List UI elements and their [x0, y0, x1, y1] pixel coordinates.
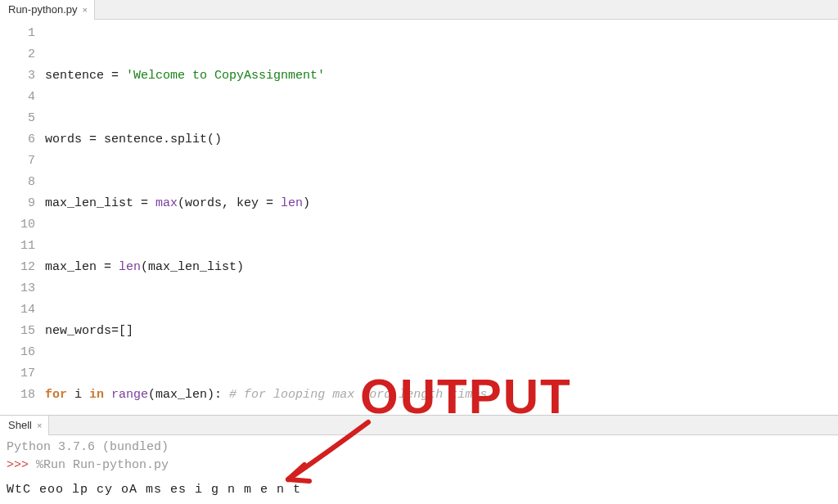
code-area[interactable]: sentence = 'Welcome to CopyAssignment' w…	[45, 20, 838, 415]
code-line: max_len_list = max(words, key = len)	[45, 193, 838, 214]
line-number: 16	[3, 342, 35, 363]
code-line: sentence = 'Welcome to CopyAssignment'	[45, 65, 838, 87]
line-number: 3	[3, 65, 35, 87]
line-number: 8	[3, 172, 35, 193]
code-editor[interactable]: 1 2 3 4 5 6 7 8 9 10 11 12 13 14 15 16 1…	[0, 20, 838, 415]
shell-prompt: >>>	[7, 458, 36, 472]
line-number: 1	[3, 23, 35, 44]
tab-label: Run-python.py	[8, 3, 78, 16]
shell-command: %Run Run-python.py	[36, 458, 169, 472]
close-icon[interactable]: ×	[83, 5, 88, 15]
line-number: 4	[3, 87, 35, 108]
shell-body[interactable]: Python 3.7.6 (bundled) >>> %Run Run-pyth…	[0, 435, 838, 504]
line-number-gutter: 1 2 3 4 5 6 7 8 9 10 11 12 13 14 15 16 1…	[0, 20, 45, 415]
line-number: 13	[3, 278, 35, 299]
editor-tab[interactable]: Run-python.py ×	[0, 0, 95, 20]
editor-tab-bar: Run-python.py ×	[0, 0, 838, 20]
line-number: 10	[3, 214, 35, 236]
code-line: for i in range(max_len): # for looping m…	[45, 385, 838, 406]
line-number: 9	[3, 193, 35, 214]
shell-output: WtC eoo lp cy oA ms es i g n m e n t	[7, 475, 831, 499]
line-number: 11	[3, 236, 35, 257]
line-number: 17	[3, 363, 35, 385]
code-line: max_len = len(max_len_list)	[45, 257, 838, 278]
shell-panel: Shell × Python 3.7.6 (bundled) >>> %Run …	[0, 415, 838, 504]
shell-version: Python 3.7.6 (bundled)	[7, 439, 831, 457]
shell-tab-bar: Shell ×	[0, 416, 838, 435]
line-number: 7	[3, 151, 35, 172]
line-number: 2	[3, 44, 35, 65]
line-number: 5	[3, 108, 35, 129]
line-number: 14	[3, 299, 35, 321]
close-icon[interactable]: ×	[37, 421, 42, 430]
line-number: 12	[3, 257, 35, 278]
tab-label: Shell	[8, 419, 32, 431]
line-number: 6	[3, 129, 35, 151]
code-line: new_words=[]	[45, 321, 838, 342]
code-line: words = sentence.split()	[45, 129, 838, 151]
line-number: 15	[3, 321, 35, 342]
shell-command-line: >>> %Run Run-python.py	[7, 457, 831, 475]
shell-tab[interactable]: Shell ×	[0, 416, 49, 435]
line-number: 18	[3, 385, 35, 406]
